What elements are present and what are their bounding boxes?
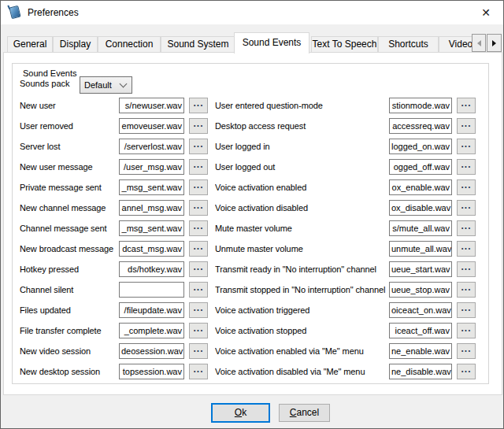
tab-display[interactable]: Display <box>53 36 98 53</box>
tab-sound-events[interactable]: Sound Events <box>234 32 309 54</box>
browse-button[interactable]: ... <box>189 118 208 134</box>
sound-file-input[interactable]: _complete.wav <box>119 323 184 338</box>
browse-button[interactable]: ... <box>189 200 208 216</box>
sound-file-input[interactable]: topsession.wav <box>119 364 184 379</box>
sound-file-input[interactable]: ne_enable.wav <box>389 343 452 359</box>
sound-file-input[interactable]: s/newuser.wav <box>119 98 184 113</box>
tab-sound-system[interactable]: Sound System <box>161 36 235 53</box>
browse-button[interactable]: ... <box>189 139 208 154</box>
sound-file-input[interactable]: stionmode.wav <box>389 98 452 113</box>
tab-connection[interactable]: Connection <box>98 36 161 53</box>
scroll-left-icon <box>477 40 481 46</box>
sound-event-row: Unmute master volume unmute_all.wav ... <box>215 239 476 259</box>
browse-button[interactable]: ... <box>189 323 208 338</box>
sound-event-row: Voice activation triggered oiceact_on.wa… <box>215 300 476 320</box>
browse-button[interactable]: ... <box>457 302 476 318</box>
browse-button[interactable]: ... <box>457 343 476 359</box>
browse-button[interactable]: ... <box>457 364 476 379</box>
browse-button[interactable]: ... <box>189 364 208 379</box>
browse-button[interactable]: ... <box>189 282 208 298</box>
sound-file-input[interactable]: /serverlost.wav <box>119 139 184 154</box>
browse-button[interactable]: ... <box>457 220 476 236</box>
sound-event-label: Channel silent <box>20 285 119 294</box>
sound-event-label: Private message sent <box>20 183 119 192</box>
sound-file-input[interactable]: iceact_off.wav <box>389 323 452 338</box>
browse-button[interactable]: ... <box>189 261 208 277</box>
sound-file-input[interactable] <box>119 282 184 298</box>
browse-button[interactable]: ... <box>189 241 208 257</box>
close-icon[interactable]: ✕ <box>478 6 494 20</box>
sound-file-input[interactable]: deosession.wav <box>119 343 184 359</box>
sound-event-row: New user s/newuser.wav ... <box>20 95 208 116</box>
sound-event-row: Files updated /fileupdate.wav ... <box>20 300 208 320</box>
sound-file-input[interactable]: s/mute_all.wav <box>389 220 452 236</box>
sound-event-row: New desktop session topsession.wav ... <box>20 361 208 382</box>
sound-file-input[interactable]: _msg_sent.wav <box>119 179 184 195</box>
sound-event-row: Voice activation enabled via "Me" menu n… <box>215 341 476 361</box>
browse-button[interactable]: ... <box>457 200 476 216</box>
tab-scroll-left-button[interactable] <box>472 34 486 52</box>
browse-button[interactable]: ... <box>189 98 208 113</box>
sound-event-row: Voice activation disabled via "Me" menu … <box>215 361 476 382</box>
sound-event-label: User entered question-mode <box>215 101 389 110</box>
sound-event-label: Voice activation disabled via "Me" menu <box>215 367 389 376</box>
browse-button[interactable]: ... <box>457 282 476 298</box>
sound-event-label: Voice activation enabled <box>215 183 389 192</box>
browse-button[interactable]: ... <box>457 261 476 277</box>
sound-file-input[interactable]: logged_on.wav <box>389 139 452 154</box>
sound-event-row: Hotkey pressed ds/hotkey.wav ... <box>20 259 208 279</box>
tab-scroll-right-button[interactable] <box>487 34 502 52</box>
sound-event-row: Channel silent ... <box>20 279 208 300</box>
tab-general[interactable]: General <box>7 36 53 53</box>
browse-button[interactable]: ... <box>457 118 476 134</box>
browse-button[interactable]: ... <box>189 159 208 175</box>
browse-button[interactable]: ... <box>457 159 476 175</box>
sound-file-input[interactable]: ogged_off.wav <box>389 159 452 175</box>
browse-button[interactable]: ... <box>189 343 208 359</box>
sound-event-label: New channel message <box>20 203 119 213</box>
sound-event-row: Channel message sent _msg_sent.wav ... <box>20 218 208 239</box>
sound-file-input[interactable]: oiceact_on.wav <box>389 302 452 318</box>
sound-file-input[interactable]: ds/hotkey.wav <box>119 261 184 277</box>
tab-shortcuts[interactable]: Shortcuts <box>378 36 439 53</box>
tab-text-to-speech[interactable]: Text To Speech <box>311 36 378 53</box>
sound-file-input[interactable]: ne_disable.wav <box>389 364 452 379</box>
browse-button[interactable]: ... <box>457 323 476 338</box>
sound-file-input[interactable]: /user_msg.wav <box>119 159 184 175</box>
cancel-button[interactable]: Cancel <box>279 404 330 422</box>
titlebar[interactable]: Preferences ✕ <box>1 1 503 24</box>
sound-event-label: New user <box>20 101 119 110</box>
sound-event-row: Voice activation stopped iceact_off.wav … <box>215 320 476 341</box>
ok-button[interactable]: Ok <box>211 403 270 423</box>
browse-button[interactable]: ... <box>189 302 208 318</box>
sound-events-left-column: New user s/newuser.wav ... User removed … <box>20 95 208 382</box>
sound-file-input[interactable]: unmute_all.wav <box>389 241 452 257</box>
sound-event-row: Transmit ready in "No interruption" chan… <box>215 259 476 279</box>
sound-file-input[interactable]: ueue_start.wav <box>389 261 452 277</box>
sound-file-input[interactable]: accessreq.wav <box>389 118 452 134</box>
sound-event-row: User removed emoveuser.wav ... <box>20 116 208 136</box>
sounds-pack-label: Sounds pack <box>20 79 70 88</box>
sound-event-row: Mute master volume s/mute_all.wav ... <box>215 218 476 239</box>
browse-button[interactable]: ... <box>457 98 476 113</box>
sound-file-input[interactable]: annel_msg.wav <box>119 200 184 216</box>
browse-button[interactable]: ... <box>189 179 208 195</box>
sound-file-input[interactable]: ueue_stop.wav <box>389 282 452 298</box>
browse-button[interactable]: ... <box>457 241 476 257</box>
sound-event-label: User removed <box>20 121 119 131</box>
browse-button[interactable]: ... <box>457 139 476 154</box>
sound-file-input[interactable]: ox_enable.wav <box>389 179 452 195</box>
sound-file-input[interactable]: emoveuser.wav <box>119 118 184 134</box>
sound-event-row: Desktop access request accessreq.wav ... <box>215 116 476 136</box>
sounds-pack-dropdown[interactable]: Default <box>80 76 132 94</box>
sound-file-input[interactable]: ox_disable.wav <box>389 200 452 216</box>
sound-event-row: User logged out ogged_off.wav ... <box>215 157 476 177</box>
sound-event-label: Desktop access request <box>215 121 389 131</box>
browse-button[interactable]: ... <box>189 220 208 236</box>
sound-events-page: Sound Events Sounds pack Default New use… <box>3 52 502 395</box>
chevron-down-icon <box>120 80 128 88</box>
sound-file-input[interactable]: dcast_msg.wav <box>119 241 184 257</box>
sound-file-input[interactable]: /fileupdate.wav <box>119 302 184 318</box>
browse-button[interactable]: ... <box>457 179 476 195</box>
sound-file-input[interactable]: _msg_sent.wav <box>119 220 184 236</box>
